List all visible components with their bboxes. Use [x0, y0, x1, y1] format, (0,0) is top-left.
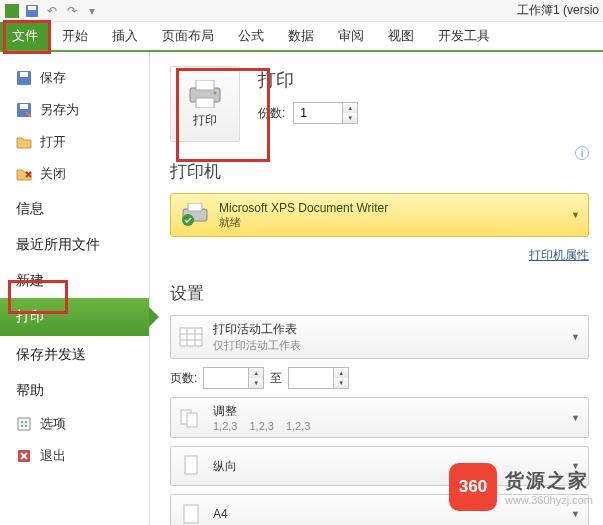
svg-rect-30: [187, 413, 197, 427]
svg-rect-9: [18, 418, 30, 430]
svg-rect-22: [188, 203, 202, 211]
sidebar-item-saveas[interactable]: 另存为: [0, 94, 149, 126]
ribbon-tab-6[interactable]: 审阅: [326, 22, 376, 50]
printer-properties-link[interactable]: 打印机属性: [529, 248, 589, 262]
print-content: 打印 打印 份数: ▲▼ i 打印机 Microsoft XPS D: [150, 52, 603, 525]
printer-status: 就绪: [219, 215, 388, 230]
collate-values: 1,2,31,2,31,2,3: [213, 420, 310, 432]
sidebar-item-label: 另存为: [40, 101, 79, 119]
settings-heading: 设置: [170, 282, 589, 305]
sidebar-item-label: 选项: [40, 415, 66, 433]
portrait-icon: [179, 454, 203, 478]
spinner-up-icon[interactable]: ▲: [334, 368, 348, 378]
svg-rect-4: [20, 72, 28, 77]
sidebar-item-label: 关闭: [40, 165, 66, 183]
ribbon-tab-2[interactable]: 插入: [100, 22, 150, 50]
ribbon-tab-8[interactable]: 开发工具: [426, 22, 502, 50]
print-heading: 打印: [258, 68, 358, 92]
ribbon-tab-7[interactable]: 视图: [376, 22, 426, 50]
svg-rect-18: [196, 80, 214, 90]
sidebar-item-exit[interactable]: 退出: [0, 440, 149, 472]
options-icon: [16, 416, 32, 432]
sidebar-item-label: 打开: [40, 133, 66, 151]
copies-spinner[interactable]: ▲▼: [293, 102, 358, 124]
sidebar-section-4[interactable]: 保存并发送: [0, 336, 149, 372]
copies-label: 份数:: [258, 105, 285, 122]
spinner-down-icon[interactable]: ▼: [249, 378, 263, 388]
scope-title: 打印活动工作表: [213, 321, 301, 338]
svg-rect-24: [180, 328, 202, 346]
app-icon: [4, 3, 20, 19]
spinner-down-icon[interactable]: ▼: [334, 378, 348, 388]
spinner-up-icon[interactable]: ▲: [249, 368, 263, 378]
print-button[interactable]: 打印: [170, 66, 240, 142]
close-icon: [16, 166, 32, 182]
orientation-title: 纵向: [213, 458, 237, 475]
saveas-icon: [16, 102, 32, 118]
page-to-spinner[interactable]: ▲▼: [288, 367, 349, 389]
ribbon-tabs: 文件开始插入页面布局公式数据审阅视图开发工具: [0, 22, 603, 52]
backstage-sidebar: 保存另存为打开关闭信息最近所用文件新建打印保存并发送帮助选项退出: [0, 52, 150, 525]
printer-icon: [187, 80, 223, 108]
collate-title: 调整: [213, 403, 310, 420]
svg-point-10: [21, 421, 23, 423]
svg-point-12: [21, 425, 23, 427]
sidebar-item-open[interactable]: 打开: [0, 126, 149, 158]
pages-to-label: 至: [270, 370, 282, 387]
sidebar-item-close[interactable]: 关闭: [0, 158, 149, 190]
watermark: 360 货源之家 www.360hyzj.com: [449, 463, 593, 511]
watermark-url: www.360hyzj.com: [505, 494, 593, 506]
svg-point-11: [25, 421, 27, 423]
printer-section-heading: 打印机: [170, 160, 589, 183]
undo-icon[interactable]: ↶: [44, 3, 60, 19]
quick-access-toolbar: ↶ ↷ ▾: [0, 0, 603, 22]
sidebar-section-3[interactable]: 打印: [0, 298, 149, 336]
print-button-label: 打印: [193, 112, 217, 129]
exit-icon: [16, 448, 32, 464]
svg-point-13: [25, 425, 27, 427]
save-icon[interactable]: [24, 3, 40, 19]
sidebar-item-label: 保存: [40, 69, 66, 87]
sidebar-section-0[interactable]: 信息: [0, 190, 149, 226]
paper-icon: [179, 502, 203, 525]
spinner-down-icon[interactable]: ▼: [343, 113, 357, 123]
svg-point-20: [214, 91, 217, 94]
page-from-spinner[interactable]: ▲▼: [203, 367, 264, 389]
ribbon-tab-3[interactable]: 页面布局: [150, 22, 226, 50]
chevron-down-icon: ▼: [571, 210, 580, 220]
printer-ready-icon: [181, 203, 209, 227]
ribbon-tab-0[interactable]: 文件: [0, 22, 50, 50]
spinner-up-icon[interactable]: ▲: [343, 103, 357, 113]
page-range-row: 页数: ▲▼ 至 ▲▼: [170, 367, 589, 389]
sidebar-item-save[interactable]: 保存: [0, 62, 149, 94]
chevron-down-icon: ▼: [571, 332, 580, 342]
sidebar-section-5[interactable]: 帮助: [0, 372, 149, 408]
page-from-input[interactable]: [204, 368, 248, 388]
page-to-input[interactable]: [289, 368, 333, 388]
paper-title: A4: [213, 507, 228, 521]
collate-selector[interactable]: 调整 1,2,31,2,31,2,3 ▼: [170, 397, 589, 438]
sidebar-section-2[interactable]: 新建: [0, 262, 149, 298]
scope-subtitle: 仅打印活动工作表: [213, 338, 301, 353]
qat-dropdown-icon[interactable]: ▾: [84, 3, 100, 19]
redo-icon[interactable]: ↷: [64, 3, 80, 19]
ribbon-tab-4[interactable]: 公式: [226, 22, 276, 50]
ribbon-tab-5[interactable]: 数据: [276, 22, 326, 50]
svg-rect-2: [28, 6, 36, 10]
sidebar-item-options[interactable]: 选项: [0, 408, 149, 440]
window-title: 工作簿1 (versio: [517, 2, 599, 19]
open-icon: [16, 134, 32, 150]
svg-rect-0: [5, 4, 19, 18]
pages-label: 页数:: [170, 370, 197, 387]
main-area: 保存另存为打开关闭信息最近所用文件新建打印保存并发送帮助选项退出 打印 打印 份…: [0, 52, 603, 525]
info-icon[interactable]: i: [575, 146, 589, 160]
chevron-down-icon: ▼: [571, 413, 580, 423]
print-scope-selector[interactable]: 打印活动工作表 仅打印活动工作表 ▼: [170, 315, 589, 359]
svg-rect-31: [185, 456, 197, 474]
ribbon-tab-1[interactable]: 开始: [50, 22, 100, 50]
sidebar-section-1[interactable]: 最近所用文件: [0, 226, 149, 262]
copies-input[interactable]: [294, 103, 342, 123]
collate-icon: [179, 406, 203, 430]
printer-selector[interactable]: Microsoft XPS Document Writer 就绪 ▼: [170, 193, 589, 237]
save-icon: [16, 70, 32, 86]
